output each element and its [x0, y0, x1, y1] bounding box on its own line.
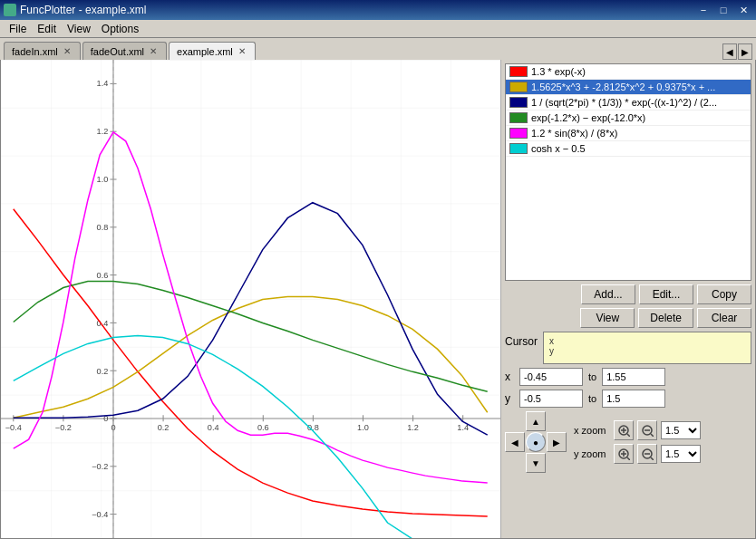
svg-text:−0.2: −0.2 — [92, 462, 108, 471]
function-item-1[interactable]: 1.5625*x^3 + -2.8125*x^2 + 0.9375*x + ..… — [506, 80, 751, 95]
svg-line-55 — [627, 457, 630, 460]
button-row-1: Add... Edit... Copy — [505, 284, 751, 304]
function-item-0[interactable]: 1.3 * exp(-x) — [506, 64, 751, 80]
clear-button[interactable]: Clear — [697, 308, 751, 328]
tab-fadein-close[interactable]: ✕ — [62, 46, 73, 57]
svg-rect-1 — [1, 60, 500, 538]
function-text-0: 1.3 * exp(-x) — [531, 66, 586, 77]
svg-text:1.4: 1.4 — [97, 80, 109, 89]
window-controls: − □ ✕ — [694, 3, 752, 17]
function-text-2: 1 / (sqrt(2*pi) * (1/3)) * exp(-((x-1)^2… — [531, 97, 717, 108]
graph-area[interactable]: −0.4 −0.2 0 0.2 0.4 0.6 0.8 — [1, 60, 501, 538]
nav-pad: ▲ ◀ ● ▶ ▼ — [505, 411, 567, 473]
svg-text:0.2: 0.2 — [158, 423, 170, 432]
svg-text:1.0: 1.0 — [357, 423, 369, 432]
x-zoom-out-button[interactable] — [637, 420, 657, 440]
cursor-section: Cursor x y — [505, 332, 751, 364]
tab-example-label: example.xml — [177, 46, 233, 57]
x-zoom-label: x zoom — [574, 425, 610, 436]
zoom-out-y-icon — [641, 448, 654, 460]
tab-fadeout[interactable]: fadeOut.xml ✕ — [82, 42, 167, 60]
tab-nav-right[interactable]: ▶ — [738, 43, 752, 60]
svg-text:0.8: 0.8 — [97, 223, 109, 232]
menu-view[interactable]: View — [62, 21, 96, 37]
svg-text:−0.4: −0.4 — [92, 510, 108, 519]
titlebar-text: FuncPlotter - example.xml — [20, 4, 146, 16]
close-button[interactable]: ✕ — [734, 3, 752, 17]
zoom-out-icon — [641, 424, 654, 437]
color-swatch-5 — [509, 143, 528, 154]
tab-fadein[interactable]: fadeIn.xml ✕ — [4, 42, 81, 60]
menubar: File Edit View Options — [0, 20, 756, 38]
x-zoom-in-button[interactable] — [614, 420, 634, 440]
app-icon — [4, 4, 16, 16]
tabbar: fadeIn.xml ✕ fadeOut.xml ✕ example.xml ✕… — [0, 38, 756, 60]
graph-svg: −0.4 −0.2 0 0.2 0.4 0.6 0.8 — [1, 60, 500, 538]
function-item-4[interactable]: 1.2 * sin(8*x) / (8*x) — [506, 126, 751, 141]
titlebar: FuncPlotter - example.xml − □ ✕ — [0, 0, 756, 20]
tab-example-close[interactable]: ✕ — [237, 46, 247, 57]
cursor-x-label: x — [549, 336, 557, 346]
view-button[interactable]: View — [580, 308, 635, 328]
svg-line-51 — [651, 434, 654, 437]
y-to-input[interactable] — [602, 390, 665, 408]
tab-nav-left[interactable]: ◀ — [722, 43, 737, 60]
function-item-2[interactable]: 1 / (sqrt(2*pi) * (1/3)) * exp(-((x-1)^2… — [506, 95, 751, 111]
nav-center-button[interactable]: ● — [526, 432, 546, 452]
edit-button[interactable]: Edit... — [639, 284, 693, 304]
y-zoom-row: y zoom — [574, 444, 701, 464]
y-zoom-select[interactable]: 1.5 2.0 3.0 0.5 — [661, 445, 701, 463]
tab-example[interactable]: example.xml ✕ — [169, 42, 256, 60]
color-swatch-2 — [509, 97, 528, 108]
svg-text:0.6: 0.6 — [257, 423, 269, 432]
y-zoom-in-button[interactable] — [614, 444, 634, 464]
y-zoom-out-button[interactable] — [637, 444, 657, 464]
cursor-y-row: y — [549, 346, 745, 356]
nav-right-button[interactable]: ▶ — [547, 432, 567, 452]
x-range-label: x — [505, 371, 516, 383]
color-swatch-0 — [509, 66, 528, 77]
menu-file[interactable]: File — [4, 21, 32, 37]
cursor-x-row: x — [549, 336, 745, 346]
delete-button[interactable]: Delete — [638, 308, 693, 328]
color-swatch-4 — [509, 128, 528, 139]
x-range-to: to — [586, 371, 598, 382]
svg-text:−0.2: −0.2 — [55, 423, 72, 432]
svg-text:0.2: 0.2 — [97, 367, 109, 376]
function-text-5: cosh x − 0.5 — [531, 143, 586, 154]
x-zoom-select[interactable]: 1.5 2.0 3.0 0.5 — [661, 421, 701, 439]
x-from-input[interactable] — [519, 368, 583, 386]
svg-line-48 — [627, 434, 630, 437]
menu-options[interactable]: Options — [96, 21, 144, 37]
range-section: x to y to — [505, 368, 751, 408]
y-range-to: to — [586, 393, 598, 404]
maximize-button[interactable]: □ — [714, 3, 732, 17]
y-range-row: y to — [505, 390, 751, 408]
add-button[interactable]: Add... — [581, 284, 635, 304]
svg-text:−0.4: −0.4 — [5, 423, 22, 432]
function-item-5[interactable]: cosh x − 0.5 — [506, 141, 751, 157]
nav-down-button[interactable]: ▼ — [526, 453, 546, 473]
cursor-box: x y — [543, 332, 751, 364]
function-list: 1.3 * exp(-x) 1.5625*x^3 + -2.8125*x^2 +… — [505, 63, 751, 281]
cursor-label: Cursor — [505, 332, 538, 348]
y-from-input[interactable] — [519, 390, 583, 408]
color-swatch-1 — [509, 82, 528, 92]
function-item-3[interactable]: exp(-1.2*x) − exp(-12.0*x) — [506, 111, 751, 126]
menu-edit[interactable]: Edit — [32, 21, 62, 37]
x-to-input[interactable] — [602, 368, 665, 386]
copy-button[interactable]: Copy — [697, 284, 751, 304]
svg-text:1.2: 1.2 — [97, 127, 109, 136]
nav-up-button[interactable]: ▲ — [526, 411, 546, 431]
svg-text:1.0: 1.0 — [97, 175, 109, 184]
cursor-y-label: y — [549, 346, 557, 356]
right-panel: 1.3 * exp(-x) 1.5625*x^3 + -2.8125*x^2 +… — [501, 60, 755, 538]
zoom-in-icon — [617, 424, 630, 437]
function-text-4: 1.2 * sin(8*x) / (8*x) — [531, 128, 617, 139]
main-content: −0.4 −0.2 0 0.2 0.4 0.6 0.8 — [0, 60, 756, 539]
svg-line-58 — [651, 457, 654, 460]
function-text-3: exp(-1.2*x) − exp(-12.0*x) — [531, 112, 645, 123]
tab-fadeout-close[interactable]: ✕ — [148, 46, 159, 57]
minimize-button[interactable]: − — [694, 3, 712, 17]
nav-left-button[interactable]: ◀ — [505, 432, 525, 452]
